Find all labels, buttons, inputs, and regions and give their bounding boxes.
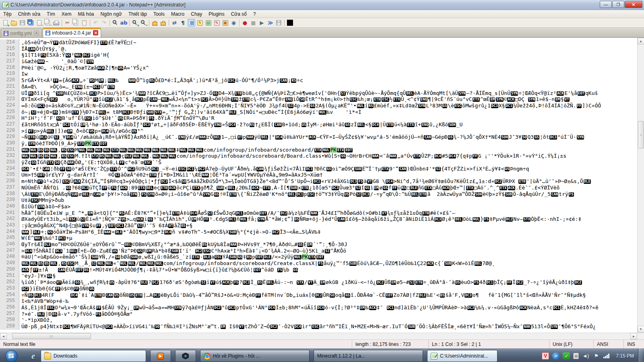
folder-workspace-icon[interactable]: ▣	[221, 19, 229, 27]
menu-item-c-a-s-[interactable]: Cửa sổ	[228, 10, 250, 18]
plugin-black-icon[interactable]	[286, 19, 294, 27]
control-char-eot-badge: EOT	[260, 211, 267, 216]
teamviewer-icon[interactable]: ⇄	[552, 352, 559, 360]
taskbar-button-orange-app[interactable]: ▶	[150, 350, 171, 362]
save-icon[interactable]	[19, 19, 26, 27]
close-file-icon[interactable]: −	[35, 19, 43, 27]
menu-item-thi-t-l-p[interactable]: Thiết lập	[125, 10, 150, 18]
monitor-icon[interactable]: ▤	[204, 19, 212, 27]
record-macro-icon[interactable]: ●	[241, 19, 249, 27]
tab-close-icon[interactable]: ✕	[34, 31, 39, 36]
doc-map-icon[interactable]: ✎	[213, 19, 221, 27]
antivirus-v-icon[interactable]: V	[542, 352, 549, 360]
internet-explorer-icon[interactable]: e	[31, 352, 35, 361]
replace-icon[interactable]: ab	[120, 19, 128, 27]
open-file-icon[interactable]	[10, 19, 18, 27]
minimize-button[interactable]: —	[600, 1, 612, 8]
horizontal-scrollbar[interactable]: ◄ ||| ►	[0, 333, 644, 339]
notepadpp-app-icon	[2, 2, 8, 8]
control-char-bel-badge: BEL	[261, 135, 268, 140]
vertical-scrollbar[interactable]: ▲ ≡ ▼	[637, 38, 644, 333]
play-macro-icon[interactable]: ▶	[258, 19, 266, 27]
control-char-nul-badge: NUL	[473, 217, 480, 222]
find-icon[interactable]	[111, 19, 119, 27]
menu-item-plugins[interactable]: Plugins	[205, 10, 227, 18]
zoom-in-icon-glyph	[132, 20, 136, 24]
menu-item-t-p[interactable]: Tệp	[0, 10, 15, 18]
redo-icon[interactable]: ↷	[100, 19, 108, 27]
close-button[interactable]: ✕	[625, 1, 642, 8]
scroll-up-arrow-icon[interactable]: ▲	[638, 38, 644, 45]
line-number: 240	[0, 204, 19, 210]
action-center-flag-icon[interactable]: ⚑	[592, 352, 600, 360]
network-signal-icon[interactable]	[603, 352, 610, 360]
control-char-can-badge: CAN	[150, 97, 157, 102]
taskbar-button-downloads[interactable]: Downloads	[41, 350, 146, 362]
close-all-icon[interactable]: −	[44, 19, 52, 27]
menu-item-t-m[interactable]: Tìm	[43, 10, 58, 18]
green-check-icon[interactable]: ✓	[563, 352, 570, 360]
control-char-vt-badge: VT	[237, 135, 243, 140]
title-bar[interactable]: C:\Users\Administrator\Downloads\infoboa…	[0, 0, 644, 10]
control-char-dc1-badge: DC1	[58, 236, 66, 241]
taskbar-button-minecraft[interactable]: Minecraft 1.12.2 | La...	[314, 350, 423, 362]
show-desktop-button[interactable]	[638, 348, 643, 362]
line-content: 5rGÅ•Ýt<Á¹FF={ÂGACK„÷¨RSMEM;BEL‰ NAKÔ™ìg…	[19, 77, 303, 84]
function-list-icon[interactable]: ϟ	[196, 19, 204, 27]
save-all-icon[interactable]	[27, 19, 35, 27]
volume-icon[interactable]: ◄)	[582, 352, 589, 360]
save-macro-icon[interactable]	[275, 19, 283, 27]
new-file-icon[interactable]: +	[2, 19, 9, 27]
scroll-left-arrow-icon[interactable]: ◄	[0, 333, 7, 339]
taskbar-button-notepadpp[interactable]: C:\Users\Administrat...	[427, 350, 497, 362]
status-insert-mode[interactable]: INS	[624, 340, 644, 348]
print-icon[interactable]	[52, 19, 60, 27]
text-editor[interactable]: 214,ò5¤èÛ“œ¬ÝFFdàtÛZÞóWøEFI}ETX£Ê?æŸÈ□(~…	[0, 38, 637, 333]
taskbar-button-chrome[interactable]: Hỏi về Plugins - hỏi ...	[200, 350, 310, 362]
paste-icon[interactable]	[80, 19, 88, 27]
start-button[interactable]	[2, 350, 20, 362]
indent-guide-icon[interactable]	[188, 19, 195, 27]
zoom-in-icon[interactable]: +	[131, 19, 139, 27]
control-char-eot-badge: EOT	[578, 91, 585, 96]
vertical-scroll-thumb[interactable]: ≡	[638, 121, 644, 148]
menu-item-xem[interactable]: Xem	[58, 10, 75, 18]
tab-infoboard-2-0-4-jar[interactable]: infoboard-2.0.4.jar✕	[43, 28, 101, 37]
menu-item-m-h-a[interactable]: Mã hóa	[74, 10, 97, 18]
menu-item-ch-nh-s-a[interactable]: Chỉnh sửa	[15, 10, 43, 18]
taskbar-clock[interactable]: 7:15 PM	[616, 353, 634, 359]
control-char-dc2-badge: DC2	[195, 249, 202, 253]
control-char-gs-badge: GS	[293, 268, 298, 272]
scroll-down-arrow-icon[interactable]: ▼	[638, 326, 644, 333]
copy-icon[interactable]	[72, 19, 80, 27]
control-char-esc-badge: ESC	[350, 97, 357, 102]
sync-vertical-icon[interactable]	[151, 19, 159, 27]
editor-area[interactable]: 214,ò5¤èÛ“œ¬ÝFFdàtÛZÞóWøEFI}ETX£Ê?æŸÈ□(~…	[0, 38, 644, 333]
tab-config-yml[interactable]: config.yml✕	[1, 29, 42, 37]
sync-horizontal-icon[interactable]	[159, 19, 167, 27]
zoom-out-icon[interactable]: −	[140, 19, 147, 27]
status-encoding[interactable]: ANSI	[594, 340, 624, 348]
clipboard-tray-icon[interactable]: ▤	[573, 353, 579, 359]
menu-item-ng-n-ng-[interactable]: Ngôn ngữ	[97, 10, 125, 18]
status-eol-format[interactable]: Unix (LF)	[549, 340, 594, 348]
control-char-ack-badge: ACK	[252, 186, 259, 190]
menu-item-tools[interactable]: Tools	[150, 10, 168, 18]
cut-icon[interactable]: ✂	[64, 19, 71, 27]
horizontal-scroll-thumb[interactable]: |||	[12, 333, 91, 339]
run-macro-multi-icon[interactable]: ≫	[266, 19, 274, 27]
show-all-characters-icon[interactable]: ¶	[179, 19, 187, 27]
menu-item--[interactable]: ?	[250, 10, 259, 18]
maximize-button[interactable]: ❐	[612, 1, 624, 8]
scroll-right-arrow-icon[interactable]: ►	[630, 333, 637, 339]
word-wrap-icon[interactable]: ⇄	[171, 19, 178, 27]
menu-item-ch-y[interactable]: Chạy	[188, 10, 205, 18]
control-char-sub-badge: SUB	[217, 186, 224, 190]
taskbar-button-hex-app[interactable]	[175, 350, 196, 362]
undo-icon[interactable]: ↶	[92, 19, 99, 27]
stop-macro-icon[interactable]: ■	[250, 19, 257, 27]
tab-close-icon[interactable]: ✕	[93, 30, 98, 35]
menu-item-macro[interactable]: Macro	[168, 10, 188, 18]
toolbar-separator	[149, 20, 149, 26]
view-doc-icon[interactable]: ◉	[230, 19, 237, 27]
